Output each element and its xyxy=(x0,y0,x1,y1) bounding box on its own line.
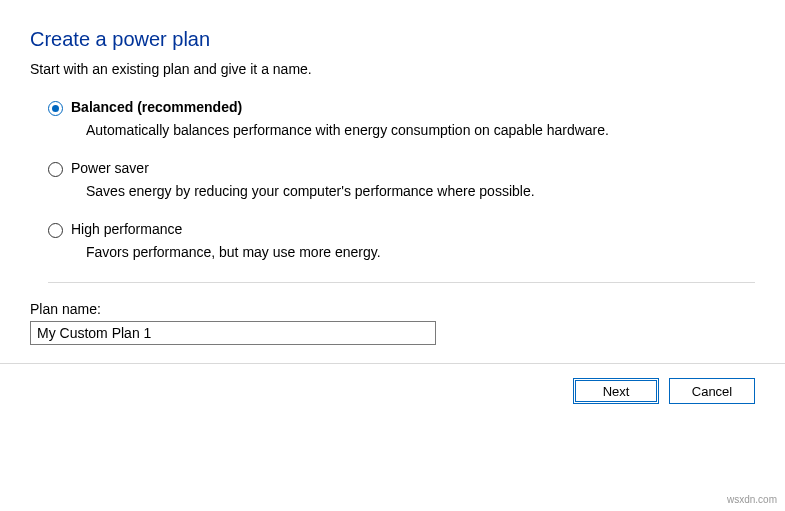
option-description: Favors performance, but may use more ene… xyxy=(86,244,755,260)
radio-icon[interactable] xyxy=(48,162,63,177)
option-high-performance: High performance Favors performance, but… xyxy=(48,221,755,260)
radio-icon[interactable] xyxy=(48,223,63,238)
option-power-saver-row[interactable]: Power saver xyxy=(48,160,755,177)
option-balanced-row[interactable]: Balanced (recommended) xyxy=(48,99,755,116)
power-plan-options: Balanced (recommended) Automatically bal… xyxy=(30,99,755,283)
option-label: Power saver xyxy=(71,160,149,176)
option-balanced: Balanced (recommended) Automatically bal… xyxy=(48,99,755,138)
option-label: High performance xyxy=(71,221,182,237)
plan-name-label: Plan name: xyxy=(30,301,755,317)
radio-icon[interactable] xyxy=(48,101,63,116)
watermark: wsxdn.com xyxy=(727,494,777,505)
option-label: Balanced (recommended) xyxy=(71,99,242,115)
option-description: Saves energy by reducing your computer's… xyxy=(86,183,755,199)
page-title: Create a power plan xyxy=(30,28,755,51)
option-power-saver: Power saver Saves energy by reducing you… xyxy=(48,160,755,199)
option-description: Automatically balances performance with … xyxy=(86,122,755,138)
option-high-performance-row[interactable]: High performance xyxy=(48,221,755,238)
plan-name-input[interactable] xyxy=(30,321,436,345)
next-button[interactable]: Next xyxy=(573,378,659,404)
divider xyxy=(48,282,755,283)
cancel-button[interactable]: Cancel xyxy=(669,378,755,404)
page-subtitle: Start with an existing plan and give it … xyxy=(30,61,755,77)
footer-buttons: Next Cancel xyxy=(0,364,785,404)
